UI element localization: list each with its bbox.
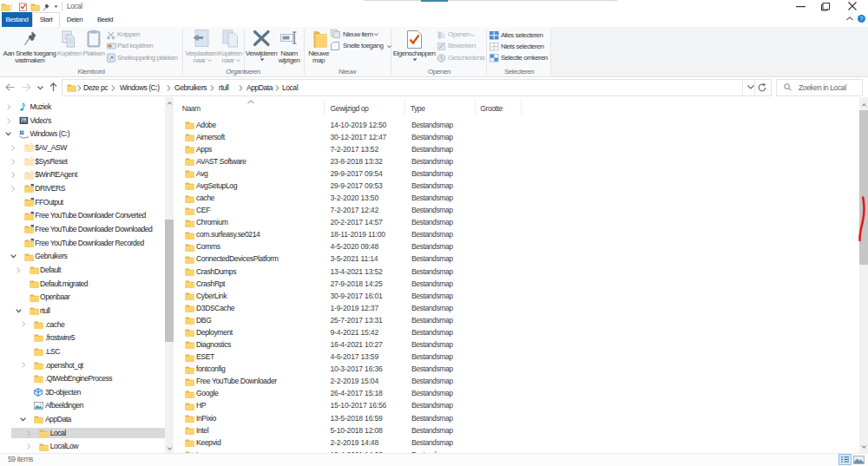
svg-text:?: ?	[860, 16, 864, 22]
